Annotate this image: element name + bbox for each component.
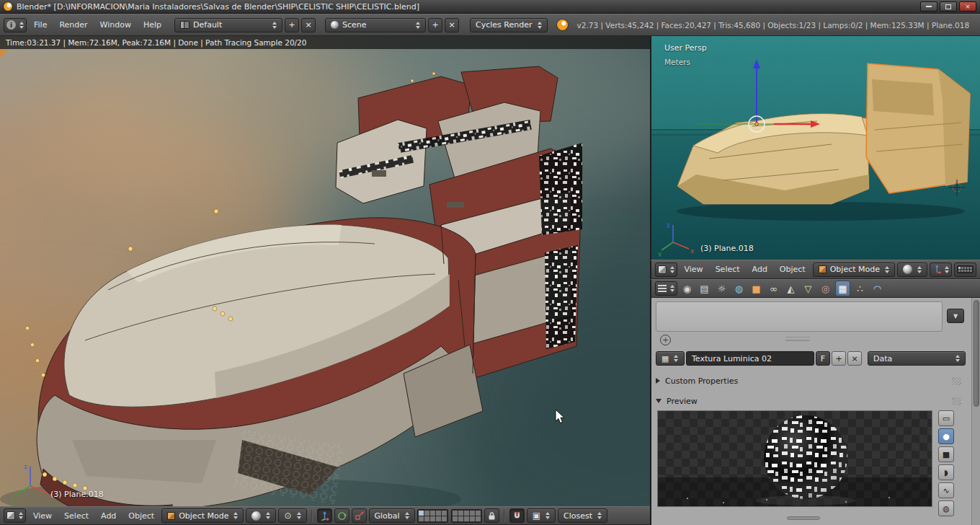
- viewport-shading-dropdown[interactable]: [897, 262, 927, 277]
- minimize-button[interactable]: [920, 1, 937, 12]
- transform-orientation-dropdown[interactable]: Global: [369, 508, 415, 523]
- main-3d-viewport[interactable]: Time:03:21.37 | Mem:72.16M, Peak:72.16M …: [0, 36, 650, 506]
- panel-bottom-grip[interactable]: [787, 516, 820, 520]
- close-icon: ×: [305, 20, 311, 30]
- tab-physics[interactable]: ◠: [870, 281, 885, 296]
- add-layout-button[interactable]: +: [285, 18, 299, 32]
- screen-layout-dropdown[interactable]: Default: [174, 18, 282, 32]
- menu-help[interactable]: Help: [138, 19, 166, 31]
- tab-particles[interactable]: ∴: [852, 281, 868, 296]
- layer-grid-1[interactable]: [417, 509, 448, 523]
- pivot-point-dropdown[interactable]: ⊙: [278, 508, 306, 523]
- tab-texture[interactable]: ▦: [835, 281, 850, 296]
- scrollbar-thumb[interactable]: [974, 300, 979, 407]
- close-button[interactable]: ×: [959, 1, 976, 12]
- panel-title: Custom Properties: [665, 376, 738, 386]
- secondary-3d-viewport[interactable]: User Persp Meters z x y (3) Plane.018: [650, 36, 980, 260]
- world-icon: ◍: [735, 283, 743, 294]
- panel-preview[interactable]: Preview: [656, 393, 961, 409]
- add-scene-button[interactable]: +: [428, 18, 442, 32]
- add-texture-slot-button[interactable]: +: [660, 335, 671, 345]
- mode-dropdown[interactable]: Object Mode: [161, 508, 244, 523]
- manipulator-scale-button[interactable]: [352, 508, 367, 523]
- editor-type-button-properties[interactable]: [655, 281, 677, 296]
- manipulator-rotate-button[interactable]: [334, 508, 349, 523]
- snap-element-icon: ▣: [533, 511, 540, 520]
- layers-grid-icon: [957, 265, 974, 273]
- orientation-value: Global: [375, 511, 400, 521]
- properties-scrollbar[interactable]: [971, 298, 980, 525]
- preview-monkey-button[interactable]: ◗: [938, 464, 954, 480]
- tab-render[interactable]: ◉: [680, 281, 695, 296]
- cube-icon: ■: [943, 450, 950, 459]
- delete-layout-button[interactable]: ×: [301, 18, 316, 32]
- maximize-button[interactable]: [940, 1, 957, 12]
- texture-context-dropdown[interactable]: Data: [868, 351, 966, 366]
- preview-sphere-button[interactable]: ●: [938, 428, 954, 444]
- layers-button[interactable]: [954, 262, 976, 277]
- scene-icon: ☼: [718, 283, 726, 294]
- panel-grip-icon[interactable]: [952, 377, 961, 385]
- editor-type-button-3dview[interactable]: [655, 262, 677, 277]
- editor-type-button-info[interactable]: i: [4, 18, 27, 32]
- tab-modifiers[interactable]: ◭: [783, 281, 798, 296]
- manipulator-toggle-button[interactable]: [930, 262, 953, 277]
- info-editor-icon: i: [6, 20, 16, 30]
- menu-view[interactable]: View: [680, 263, 708, 275]
- tab-constraints[interactable]: ∞: [766, 281, 781, 296]
- viewport-shading-dropdown[interactable]: [246, 508, 276, 523]
- axis-label-y: y: [12, 495, 17, 502]
- tab-object[interactable]: ■: [749, 281, 764, 296]
- fake-user-wrap: F: [816, 351, 830, 366]
- preview-hair-button[interactable]: ∿: [938, 482, 954, 498]
- texture-slot-list[interactable]: [656, 301, 943, 332]
- snap-element-dropdown[interactable]: ▣: [527, 508, 556, 523]
- tab-material[interactable]: ◎: [818, 281, 833, 296]
- snap-toggle-button[interactable]: [509, 508, 525, 523]
- snap-target-value: Closest: [564, 511, 592, 521]
- unlink-texture-button[interactable]: ×: [847, 351, 862, 366]
- menu-add[interactable]: Add: [96, 510, 121, 522]
- snap-target-dropdown[interactable]: Closest: [558, 508, 607, 523]
- tab-scene[interactable]: ☼: [714, 281, 729, 296]
- menu-add[interactable]: Add: [747, 263, 772, 275]
- preview-cube-button[interactable]: ■: [938, 446, 954, 462]
- menu-file[interactable]: File: [29, 19, 52, 31]
- viewport-editor-icon: [6, 511, 15, 520]
- menu-render[interactable]: Render: [54, 19, 92, 31]
- menu-object[interactable]: Object: [123, 510, 159, 522]
- layers-widget[interactable]: [417, 509, 482, 523]
- manipulator-translate-button[interactable]: [317, 508, 332, 523]
- render-engine-dropdown[interactable]: Cycles Render: [470, 18, 547, 32]
- panel-custom-properties[interactable]: Custom Properties: [656, 373, 961, 389]
- menu-window[interactable]: Window: [95, 19, 136, 31]
- texture-browse-dropdown[interactable]: ▦: [656, 351, 685, 366]
- texture-name-field[interactable]: Textura Luminica 02: [686, 351, 814, 366]
- editor-type-button-3dview[interactable]: [4, 508, 26, 523]
- particles-icon: ∴: [857, 283, 863, 294]
- new-texture-button[interactable]: +: [832, 351, 846, 366]
- lock-to-scene-button[interactable]: [484, 508, 499, 523]
- fake-user-button[interactable]: F: [816, 351, 830, 366]
- render-icon: ◉: [683, 283, 691, 294]
- tab-world[interactable]: ◍: [731, 281, 747, 296]
- scene-dropdown[interactable]: Scene: [325, 18, 426, 32]
- updown-arrows-icon: [538, 22, 542, 29]
- delete-scene-button[interactable]: ×: [445, 18, 459, 32]
- preview-flat-button[interactable]: ▭: [938, 410, 954, 426]
- menu-select[interactable]: Select: [710, 263, 745, 275]
- object-icon: ■: [752, 283, 760, 294]
- menu-select[interactable]: Select: [59, 510, 94, 522]
- separator: [504, 510, 505, 522]
- list-resize-grip[interactable]: [785, 337, 810, 343]
- texture-slot-menu-button[interactable]: ▼: [947, 309, 964, 323]
- menu-view[interactable]: View: [28, 510, 57, 522]
- preview-world-button[interactable]: ◍: [938, 500, 954, 516]
- panel-grip-icon[interactable]: [952, 397, 961, 405]
- panel-title: Preview: [667, 397, 698, 406]
- menu-object[interactable]: Object: [775, 263, 811, 275]
- tab-render-layers[interactable]: ▤: [697, 281, 712, 296]
- tab-object-data[interactable]: ▽: [801, 281, 816, 296]
- mode-dropdown[interactable]: Object Mode: [813, 262, 895, 277]
- layer-grid-2[interactable]: [451, 509, 482, 523]
